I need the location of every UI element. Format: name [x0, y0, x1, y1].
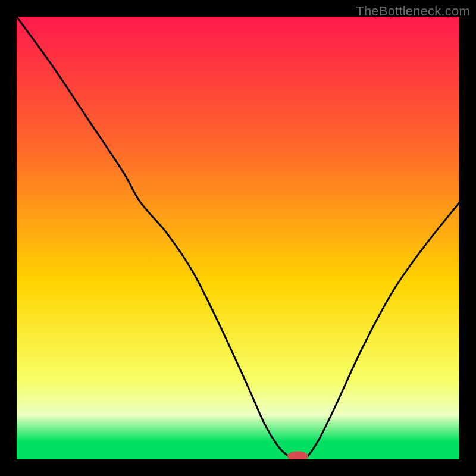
svg-point-1 — [287, 452, 309, 459]
optimum-marker — [17, 17, 459, 459]
plot-area — [17, 17, 459, 459]
chart-frame: TheBottleneck.com — [0, 0, 476, 476]
